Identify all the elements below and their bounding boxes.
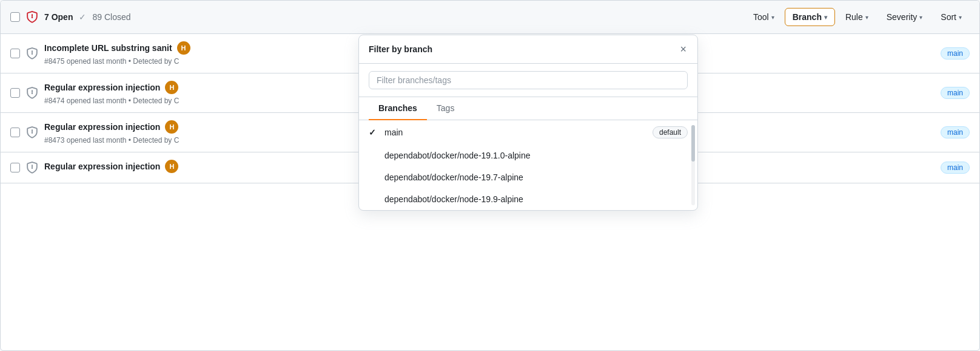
branch-name: main [384,128,646,137]
closed-check-icon: ✓ [79,12,86,22]
row-checkbox[interactable] [10,49,20,58]
branch-badge: main [941,162,970,174]
rule-filter-button[interactable]: Rule ▾ [837,8,876,26]
select-all-checkbox[interactable] [10,12,20,22]
alert-title: Regular expression injection [44,162,160,171]
rule-chevron-icon: ▾ [865,14,868,21]
row-checkbox[interactable] [10,163,20,172]
severity-badge: H [165,120,178,134]
tabs-container: Branches Tags [359,97,697,120]
list-item[interactable]: ✓ dependabot/docker/node-19.7-alpine [359,166,697,188]
selected-checkmark: ✓ [369,128,378,137]
tab-tags[interactable]: Tags [427,97,465,120]
default-badge: default [653,126,688,138]
row-checkbox[interactable] [10,88,20,98]
severity-chevron-icon: ▾ [919,14,922,21]
severity-badge: H [177,41,190,55]
severity-filter-button[interactable]: Severity ▾ [879,8,931,26]
row-shield-icon [26,126,38,138]
severity-badge: H [165,160,178,173]
list-item[interactable]: ✓ dependabot/docker/node-19.9-alpine [359,188,697,210]
list-item[interactable]: ✓ dependabot/docker/node-19.1.0-alpine [359,145,697,166]
branch-name: dependabot/docker/node-19.1.0-alpine [384,151,688,160]
branch-list: ✓ main default ✓ dependabot/docker/node-… [359,120,697,210]
tool-chevron-icon: ▾ [771,14,774,21]
alert-shield-icon [26,11,38,23]
alert-title: Regular expression injection [44,83,160,92]
branch-badge: main [941,126,970,138]
row-shield-icon [26,87,38,99]
branch-filter-dropdown: Filter by branch × Branches Tags ✓ main … [358,35,698,211]
dropdown-title: Filter by branch [369,44,432,54]
row-shield-icon [26,162,38,174]
row-checkbox[interactable] [10,128,20,137]
dropdown-header: Filter by branch × [359,35,697,64]
toolbar-left: 7 Open ✓ 89 Closed [10,11,738,23]
toolbar: 7 Open ✓ 89 Closed Tool ▾ Branch ▾ Rule … [1,1,979,34]
scrollbar-track [691,125,695,205]
tool-filter-button[interactable]: Tool ▾ [745,8,782,26]
branch-badge: main [941,47,970,60]
branch-chevron-icon: ▾ [824,14,827,21]
search-container [359,64,697,97]
open-count: 7 Open [44,12,73,22]
severity-badge: H [165,81,178,94]
closed-count: 89 Closed [92,12,130,22]
toolbar-right: Tool ▾ Branch ▾ Rule ▾ Severity ▾ Sort ▾ [745,8,970,26]
sort-filter-button[interactable]: Sort ▾ [933,8,970,26]
branch-badge: main [941,87,970,99]
dropdown-close-button[interactable]: × [679,43,688,56]
branch-name: dependabot/docker/node-19.7-alpine [384,172,688,182]
tab-branches[interactable]: Branches [369,97,427,120]
page-container: 7 Open ✓ 89 Closed Tool ▾ Branch ▾ Rule … [0,0,980,351]
sort-chevron-icon: ▾ [959,14,962,21]
branch-search-input[interactable] [369,71,688,89]
row-shield-icon [26,47,38,60]
branch-name: dependabot/docker/node-19.9-alpine [384,194,688,204]
branch-filter-button[interactable]: Branch ▾ [785,8,835,26]
scrollbar-thumb[interactable] [691,125,695,162]
alert-title: Regular expression injection [44,122,160,132]
list-item[interactable]: ✓ main default [359,120,697,145]
alert-title: Incomplete URL substring sanit [44,43,172,53]
